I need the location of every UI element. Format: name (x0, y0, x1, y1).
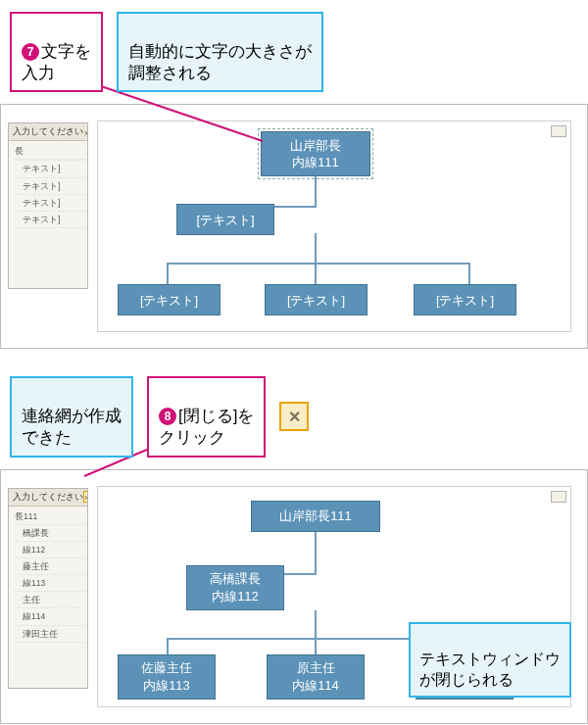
connector (468, 263, 470, 284)
callout-row-8: 連絡網が作成 できた 8[閉じる]を クリック ✕ (0, 364, 588, 460)
callout-7-magenta: 7文字を 入力 (10, 12, 103, 92)
node-text: [テキスト] (415, 292, 515, 310)
org-node-leaf-8b[interactable]: 原主任 内線114 (267, 654, 365, 700)
list-item[interactable]: 主任 (15, 592, 85, 608)
badge-7: 7 (22, 43, 39, 61)
list-item[interactable]: 藤主任 (15, 558, 85, 575)
smartart-text-pane-8[interactable]: 入力してください × 長111 橋課長 線112 藤主任 線113 主任 線11… (8, 488, 88, 689)
list-item[interactable]: 線112 (15, 542, 85, 558)
text-pane-list-7: 長 テキスト] テキスト] テキスト] テキスト] (9, 141, 87, 230)
callout-7-cyan: 自動的に文字の大きさが 調整される (117, 12, 323, 92)
badge-8: 8 (159, 408, 176, 425)
step-7-section: 7文字を 入力 自動的に文字の大きさが 調整される 入力してください × 長 テ… (0, 0, 588, 349)
text-pane-header-8: 入力してください × (9, 489, 87, 507)
org-node-root-8[interactable]: 山岸部長111 (251, 501, 380, 532)
smartart-text-pane-7[interactable]: 入力してください × 長 テキスト] テキスト] テキスト] テキスト] (8, 122, 88, 289)
list-item[interactable]: テキスト] (15, 212, 85, 228)
list-item[interactable]: テキスト] (15, 178, 85, 195)
text-pane-close-8[interactable]: × (83, 491, 88, 503)
callout-8-cyan-left-text: 連絡網が作成 できた (22, 407, 122, 447)
screenshot-panel-8: 入力してください × 長111 橋課長 線112 藤主任 線113 主任 線11… (0, 469, 588, 724)
smartart-canvas-7[interactable]: 山岸部長 内線111 [テキスト] [テキスト] [テキスト] [テキスト] (97, 121, 571, 332)
overlay-label-8: テキストウィンドウ が閉じられる (409, 622, 571, 697)
node-text: 佐藤主任 (119, 659, 215, 677)
screenshot-panel-7: 入力してください × 長 テキスト] テキスト] テキスト] テキスト] (0, 104, 588, 349)
step-8-section: 連絡網が作成 できた 8[閉じる]を クリック ✕ 入力してください × 長11… (0, 364, 588, 723)
connector (315, 233, 317, 263)
node-text: 高橋課長 (187, 570, 283, 588)
callout-8-cyan-left: 連絡網が作成 できた (10, 376, 133, 457)
list-item[interactable]: 長 (15, 143, 85, 160)
list-item[interactable]: 線114 (15, 608, 85, 625)
node-text: 山岸部長 (262, 137, 369, 155)
org-node-child-7[interactable]: [テキスト] (176, 204, 274, 235)
callout-row-7: 7文字を 入力 自動的に文字の大きさが 調整される (0, 0, 588, 96)
list-item[interactable]: 津田主任 (15, 626, 85, 643)
text-pane-title-7: 入力してください (13, 125, 83, 138)
list-item[interactable]: テキスト] (15, 161, 85, 177)
node-text: [テキスト] (266, 292, 367, 310)
node-text: [テキスト] (119, 292, 220, 310)
node-text: [テキスト] (177, 212, 273, 229)
node-text: 原主任 (268, 659, 364, 677)
connector (167, 263, 169, 284)
connector (167, 263, 470, 265)
callout-7-cyan-text: 自動的に文字の大きさが 調整される (128, 42, 312, 82)
text-pane-header-7: 入力してください × (9, 123, 87, 141)
list-item[interactable]: テキスト] (15, 195, 85, 212)
connector (315, 638, 317, 655)
overlay-label-8-text: テキストウィンドウ が閉じられる (419, 651, 561, 688)
connector (167, 638, 169, 655)
text-pane-title-8: 入力してください (13, 491, 83, 504)
callout-8-magenta: 8[閉じる]を クリック (147, 376, 266, 457)
org-node-child-8[interactable]: 高橋課長 内線112 (186, 565, 284, 610)
org-node-leaf-7c[interactable]: [テキスト] (414, 284, 516, 315)
org-node-leaf-8a[interactable]: 佐藤主任 内線113 (118, 654, 216, 700)
connector (315, 263, 317, 284)
connector (315, 176, 317, 206)
node-text: 内線111 (262, 154, 369, 171)
connector (315, 532, 317, 573)
close-icon: ✕ (288, 408, 301, 426)
node-text: 内線112 (187, 588, 283, 605)
org-node-leaf-7b[interactable]: [テキスト] (265, 284, 368, 315)
text-pane-close-7[interactable]: × (83, 126, 88, 138)
text-pane-list-8: 長111 橋課長 線112 藤主任 線113 主任 線114 津田主任 (9, 507, 87, 645)
list-item[interactable]: 橋課長 (15, 525, 85, 542)
connector (315, 610, 317, 638)
list-item[interactable]: 線113 (15, 575, 85, 592)
close-button-highlight[interactable]: ✕ (279, 402, 309, 431)
node-text: 内線114 (268, 677, 364, 695)
node-text: 内線113 (119, 677, 215, 695)
list-item[interactable]: 長111 (15, 508, 85, 525)
node-text: 山岸部長111 (252, 508, 379, 525)
org-node-root-7[interactable]: 山岸部長 内線111 (261, 131, 370, 176)
org-node-leaf-7a[interactable]: [テキスト] (118, 284, 220, 315)
